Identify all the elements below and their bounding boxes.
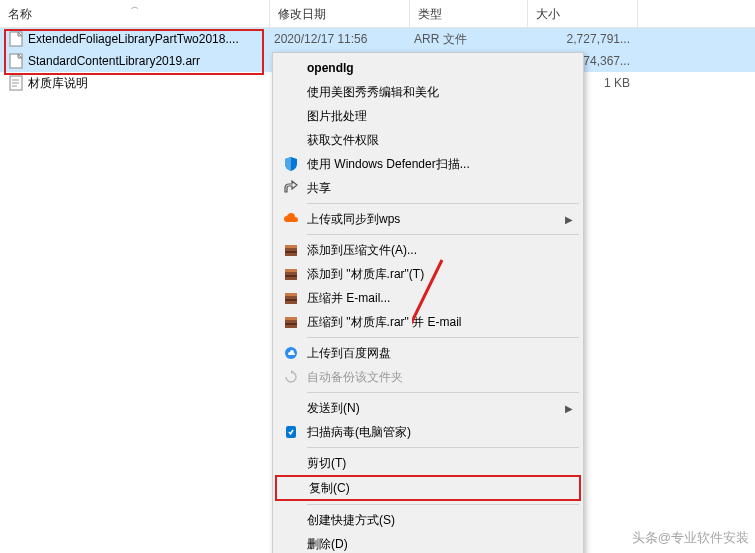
file-type: ARR 文件 xyxy=(410,31,528,48)
sort-asc-icon: ︿ xyxy=(131,1,139,12)
menu-wps[interactable]: 上传或同步到wps▶ xyxy=(275,207,581,231)
file-icon xyxy=(8,53,24,69)
menu-separator xyxy=(307,447,579,448)
menu-defender[interactable]: 使用 Windows Defender扫描... xyxy=(275,152,581,176)
menu-separator xyxy=(307,337,579,338)
header-name[interactable]: 名称 ︿ xyxy=(0,0,270,27)
menu-baidu[interactable]: 上传到百度网盘 xyxy=(275,341,581,365)
guard-icon xyxy=(279,422,303,442)
baidu-cloud-icon xyxy=(279,343,303,363)
menu-perm[interactable]: 获取文件权限 xyxy=(275,128,581,152)
text-file-icon xyxy=(8,75,24,91)
svg-rect-14 xyxy=(285,299,297,301)
menu-add-rar[interactable]: 添加到 "材质库.rar"(T) xyxy=(275,262,581,286)
file-icon xyxy=(8,31,24,47)
menu-scan-virus[interactable]: 扫描病毒(电脑管家) xyxy=(275,420,581,444)
menu-opendlg[interactable]: opendlg xyxy=(275,56,581,80)
file-name: StandardContentLibrary2019.arr xyxy=(28,54,200,68)
menu-auto-backup: 自动备份该文件夹 xyxy=(275,365,581,389)
rar-icon xyxy=(279,264,303,284)
menu-add-archive[interactable]: 添加到压缩文件(A)... xyxy=(275,238,581,262)
watermark: 头条@专业软件安装 xyxy=(632,529,749,547)
menu-compress-email[interactable]: 压缩并 E-mail... xyxy=(275,286,581,310)
menu-compress-rar-email[interactable]: 压缩到 "材质库.rar" 并 E-mail xyxy=(275,310,581,334)
menu-separator xyxy=(307,203,579,204)
menu-cut[interactable]: 剪切(T) xyxy=(275,451,581,475)
menu-separator xyxy=(307,234,579,235)
header-date[interactable]: 修改日期 xyxy=(270,0,410,27)
menu-separator xyxy=(307,392,579,393)
header-size[interactable]: 大小 xyxy=(528,0,638,27)
shield-icon xyxy=(279,154,303,174)
svg-rect-10 xyxy=(285,269,297,272)
menu-meitu[interactable]: 使用美图秀秀编辑和美化 xyxy=(275,80,581,104)
cloud-icon xyxy=(279,209,303,229)
rar-icon xyxy=(279,312,303,332)
svg-rect-16 xyxy=(285,317,297,320)
header-name-label: 名称 xyxy=(8,7,32,21)
menu-send-to[interactable]: 发送到(N)▶ xyxy=(275,396,581,420)
menu-shortcut[interactable]: 创建快捷方式(S) xyxy=(275,508,581,532)
share-icon xyxy=(279,178,303,198)
svg-rect-11 xyxy=(285,275,297,277)
chevron-right-icon: ▶ xyxy=(565,403,573,414)
menu-copy[interactable]: 复制(C) xyxy=(275,475,581,501)
svg-rect-17 xyxy=(285,323,297,325)
file-size: 2,727,791... xyxy=(528,32,638,46)
context-menu: opendlg 使用美图秀秀编辑和美化 图片批处理 获取文件权限 使用 Wind… xyxy=(272,52,584,553)
file-row[interactable]: ExtendedFoliageLibraryPartTwo2018.... 20… xyxy=(0,28,755,50)
rar-icon xyxy=(279,240,303,260)
svg-rect-7 xyxy=(285,245,297,248)
file-name: ExtendedFoliageLibraryPartTwo2018.... xyxy=(28,32,239,46)
header-type[interactable]: 类型 xyxy=(410,0,528,27)
menu-delete[interactable]: 删除(D) xyxy=(275,532,581,553)
column-header: 名称 ︿ 修改日期 类型 大小 xyxy=(0,0,755,28)
sync-icon xyxy=(279,367,303,387)
menu-batch[interactable]: 图片批处理 xyxy=(275,104,581,128)
svg-rect-13 xyxy=(285,293,297,296)
rar-icon xyxy=(279,288,303,308)
chevron-right-icon: ▶ xyxy=(565,214,573,225)
file-date: 2020/12/17 11:56 xyxy=(270,32,410,46)
menu-share[interactable]: 共享 xyxy=(275,176,581,200)
file-name: 材质库说明 xyxy=(28,75,88,92)
svg-rect-8 xyxy=(285,251,297,253)
menu-separator xyxy=(307,504,579,505)
